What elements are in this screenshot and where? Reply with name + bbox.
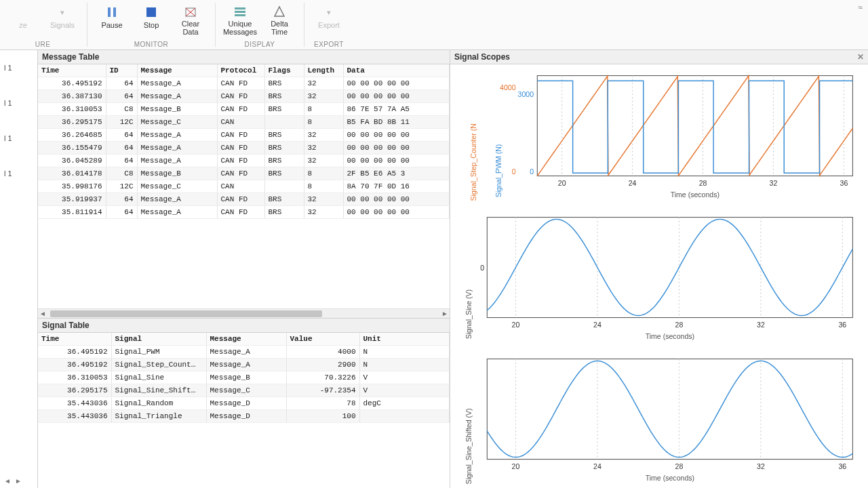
table-row[interactable]: 35.99817612CMessage_CCAN88A 70 7F 0D 16 [38,180,450,193]
signal-table[interactable]: TimeSignalMessageValueUnit 36.495192Sign… [38,333,450,423]
col-header[interactable]: Time [38,64,106,77]
ribbon-group-monitor: MONITOR [134,41,169,48]
svg-text:3000: 3000 [518,90,534,98]
svg-rect-0 [108,7,111,17]
stop-icon [144,5,159,20]
pause-button[interactable]: Pause [93,1,131,39]
scope-3: Signal_Sine_Shifted (V) 2024283236 Time … [450,348,868,488]
nav-left-icon[interactable]: ◄ [4,477,11,484]
col-header[interactable]: Message [137,64,217,77]
svg-text:24: 24 [629,179,637,187]
table-row[interactable]: 36.04528964Message_ACAN FDBRS3200 00 00 … [38,155,450,167]
scope1-ylabel-right: Signal_PWM (N) [494,144,502,198]
unique-messages-button[interactable]: Unique Messages [221,1,259,39]
svg-text:20: 20 [512,321,520,329]
signal-scopes-title: Signal Scopes ✕ [450,50,868,64]
svg-rect-6 [235,7,245,9]
svg-text:36: 36 [840,179,848,187]
table-row[interactable]: 35.81191464Message_ACAN FDBRS3200 00 00 … [38,206,450,219]
svg-text:32: 32 [770,179,778,187]
blank-icon [16,5,31,20]
svg-rect-1 [113,7,116,17]
col-header[interactable]: Value [286,333,359,346]
col-header[interactable]: Time [38,333,111,346]
collapse-ribbon-icon[interactable]: ≈ [852,0,868,15]
ribbon-group-export: EXPORT [314,41,344,48]
sidebar-item[interactable]: l 1 [0,64,37,72]
ribbon-group-display: DISPLAY [245,41,275,48]
table-row[interactable]: 36.495192Signal_Step_Count…Message_A2900… [38,359,450,371]
table-row[interactable]: 36.38713064Message_ACAN FDBRS3200 00 00 … [38,90,450,103]
svg-text:4000: 4000 [500,83,516,92]
export-button[interactable]: ▾Export [310,1,348,39]
svg-text:28: 28 [699,179,707,187]
table-row[interactable]: 36.014178C8Message_BCAN FDBRS82F B5 E6 A… [38,167,450,180]
svg-text:0: 0 [530,167,534,176]
scope-2: Signal_Sine (V) 0 2024283236 Time (secon… [450,206,868,348]
svg-text:24: 24 [593,321,601,329]
scope2-ylabel: Signal_Sine (V) [465,289,473,339]
signals-button[interactable]: ▾Signals [43,1,81,39]
delta-icon [272,5,287,18]
svg-text:20: 20 [558,179,566,187]
table-row[interactable]: 36.15547964Message_ACAN FDBRS3200 00 00 … [38,142,450,155]
table-row[interactable]: 35.443036Signal_RandomMessage_D78degC [38,397,450,410]
table-row[interactable]: 36.26468564Message_ACAN FDBRS3200 00 00 … [38,129,450,142]
ribbon: ze ▾Signals URE Pause Stop Clear Data MO… [0,0,868,50]
svg-text:20: 20 [512,462,520,470]
message-table[interactable]: TimeIDMessageProtocolFlagsLengthData 36.… [38,64,450,219]
col-header[interactable]: ID [106,64,137,77]
clear-icon [183,5,198,18]
svg-rect-37 [487,359,852,459]
scope2-xlabel: Time (seconds) [646,332,694,340]
table-row[interactable]: 36.295175Signal_Sine_Shift…Message_C-97.… [38,384,450,397]
svg-rect-7 [235,11,245,13]
close-icon[interactable]: ✕ [857,52,864,62]
col-header[interactable]: Protocol [217,64,264,77]
signals-icon: ▾ [55,5,70,20]
svg-rect-25 [487,217,852,317]
scroll-thumb[interactable] [50,310,322,317]
col-header[interactable]: Message [206,333,286,346]
nav-right-icon[interactable]: ► [15,477,22,484]
col-header[interactable]: Unit [359,333,450,346]
col-header[interactable]: Signal [111,333,206,346]
col-header[interactable]: Flags [264,64,304,77]
svg-text:28: 28 [675,321,684,329]
svg-text:24: 24 [593,462,601,470]
table-row[interactable]: 36.495192Signal_PWMMessage_A4000N [38,346,450,359]
scroll-right-icon[interactable]: ► [440,310,450,317]
svg-text:32: 32 [757,462,765,470]
svg-text:0: 0 [512,167,516,176]
sidebar-item[interactable]: l 1 [0,169,37,178]
sidebar: l 1 l 1 l 1 l 1 ◄ ► [0,50,38,488]
table-row[interactable]: 35.443036Signal_TriangleMessage_D100 [38,410,450,423]
message-table-hscroll[interactable]: ◄ ► [38,308,450,318]
unique-icon [233,5,248,18]
svg-rect-8 [235,14,245,16]
stop-button[interactable]: Stop [132,1,170,39]
message-table-title: Message Table [38,50,450,64]
sidebar-item[interactable]: l 1 [0,99,37,107]
clear-data-button[interactable]: Clear Data [172,1,210,39]
svg-text:0: 0 [480,264,484,272]
table-row[interactable]: 36.49519264Message_ACAN FDBRS3200 00 00 … [38,77,450,90]
table-row[interactable]: 36.310053C8Message_BCAN FDBRS886 7E 57 7… [38,103,450,116]
delta-time-button[interactable]: Delta Time [260,1,298,39]
scope3-ylabel: Signal_Sine_Shifted (V) [465,408,473,484]
pause-icon [104,5,119,20]
signal-table-title: Signal Table [38,319,450,333]
svg-text:28: 28 [675,462,684,470]
scroll-left-icon[interactable]: ◄ [38,310,47,317]
ribbon-btn-ze[interactable]: ze [4,1,42,39]
scope1-xlabel: Time (seconds) [671,190,719,199]
table-row[interactable]: 35.91993764Message_ACAN FDBRS3200 00 00 … [38,193,450,206]
table-row[interactable]: 36.310053Signal_SineMessage_B70.3226V [38,371,450,384]
col-header[interactable]: Data [343,64,450,77]
col-header[interactable]: Length [304,64,343,77]
ribbon-group-configure: URE [35,41,51,48]
scope1-ylabel-left: Signal_Step_Counter (N [469,123,477,201]
table-row[interactable]: 36.29517512CMessage_CCAN8B5 FA BD 8B 11 [38,116,450,129]
svg-marker-9 [275,7,284,16]
sidebar-item[interactable]: l 1 [0,134,37,142]
